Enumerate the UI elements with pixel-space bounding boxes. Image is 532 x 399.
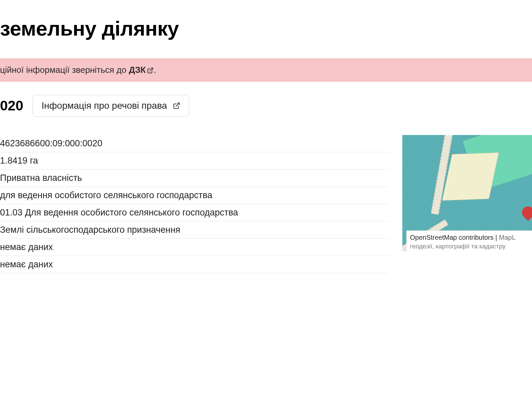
detail-row: Приватна власність (0, 170, 389, 187)
property-rights-button-label: Інформація про речові права (42, 100, 167, 111)
svg-line-0 (150, 68, 153, 71)
svg-line-1 (176, 103, 179, 106)
alert-text-suffix: . (154, 65, 156, 75)
detail-row: немає даних (0, 256, 389, 273)
map-attribution: OpenStreetMap contributors | MapL геодез… (406, 230, 532, 251)
external-link-icon (147, 67, 154, 74)
alert-link-dzk[interactable]: ДЗК (129, 65, 146, 75)
cadastral-map[interactable]: OpenStreetMap contributors | MapL геодез… (402, 135, 532, 251)
property-rights-button[interactable]: Інформація про речові права (33, 95, 189, 117)
detail-row: Землі сільськогосподарського призначення (0, 221, 389, 239)
detail-row: 1.8419 га (0, 152, 389, 170)
external-link-icon (173, 102, 180, 109)
details-list: 4623686600:09:000:0020 1.8419 га Приватн… (0, 135, 389, 273)
detail-row: для ведення особистого селянського госпо… (0, 187, 389, 204)
attribution-osm[interactable]: OpenStreetMap contributors (410, 234, 493, 241)
info-alert: ційної інформації зверніться до ДЗК. (0, 59, 532, 81)
attribution-maplibre[interactable]: MapL (499, 234, 516, 241)
alert-text-prefix: ційної інформації зверніться до (0, 65, 129, 75)
attribution-gov: геодезії, картографії та кадастру (410, 242, 530, 251)
detail-row: 01.03 Для ведення особистого селянського… (0, 204, 389, 221)
parcel-code-suffix: 020 (0, 98, 23, 114)
detail-row: немає даних (0, 239, 389, 256)
page-title: земельну ділянку (0, 17, 532, 40)
map-panel: OpenStreetMap contributors | MapL геодез… (402, 135, 532, 251)
detail-row: 4623686600:09:000:0020 (0, 135, 389, 152)
